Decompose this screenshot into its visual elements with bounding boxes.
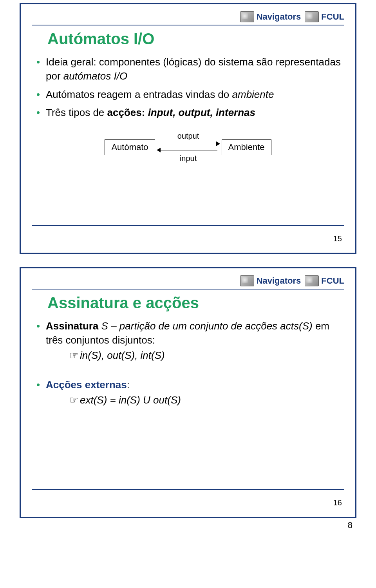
bullet-item: Acções externas: ☞ext(S) = in(S) U out(S… — [35, 378, 344, 408]
navigators-label: Navigators — [257, 12, 301, 22]
navigators-branding: Navigators — [240, 11, 301, 22]
bullet-item: Ideia geral: componentes (lógicas) do si… — [35, 55, 344, 83]
sub-bullet-text: in(S), out(S), int(S) — [80, 349, 165, 361]
slide-assinatura-acoes: Navigators FCUL Assinatura e acções Assi… — [20, 267, 356, 518]
pointing-hand-icon: ☞ — [69, 349, 78, 361]
slide-number: 16 — [333, 498, 342, 507]
footer-divider — [32, 489, 344, 490]
bullet-tail: : — [127, 379, 130, 391]
bullet-bold: acções: — [107, 107, 148, 118]
bullet-text: S – partição de um conjunto de acções — [98, 320, 280, 332]
arrow-left-icon — [157, 148, 220, 153]
footer-divider — [32, 225, 344, 226]
diagram-box-automato: Autómato — [105, 139, 155, 155]
bullet-item: Autómatos reagem a entradas vindas do am… — [35, 87, 344, 101]
slide-header: Navigators FCUL — [32, 11, 344, 22]
fcul-label: FCUL — [321, 276, 344, 286]
navigators-logo-icon — [240, 275, 254, 286]
bullet-emphasis: autómatos I/O — [63, 70, 127, 82]
arrow-label-input: input — [180, 154, 197, 163]
slide-automatos-io: Navigators FCUL Autómatos I/O Ideia gera… — [20, 3, 356, 254]
header-divider — [32, 289, 344, 289]
navigators-logo-icon — [240, 11, 254, 22]
bullet-text: Três tipos de — [46, 107, 107, 118]
sub-bullet-text: ext(S) = in(S) U out(S) — [80, 394, 181, 406]
sub-bullet: ☞ext(S) = in(S) U out(S) — [69, 392, 344, 409]
arrow-right-icon — [157, 141, 220, 147]
sub-bullet: ☞in(S), out(S), int(S) — [69, 347, 344, 364]
bullet-text: Autómatos reagem a entradas vindas do — [46, 89, 232, 100]
pointing-hand-icon: ☞ — [69, 394, 78, 406]
fcul-branding: FCUL — [305, 11, 344, 22]
fcul-branding: FCUL — [305, 275, 344, 286]
diagram-box-ambiente: Ambiente — [222, 139, 271, 155]
bullet-emphasis: input, output, internas — [148, 107, 255, 118]
bullet-list: Acções externas: ☞ext(S) = in(S) U out(S… — [32, 378, 344, 408]
slide-header: Navigators FCUL — [32, 275, 344, 286]
fcul-label: FCUL — [321, 12, 344, 22]
bullet-item: Assinatura S – partição de um conjunto d… — [35, 319, 344, 364]
header-divider — [32, 25, 344, 25]
diagram-arrows: output input — [155, 132, 222, 163]
bullet-item: Três tipos de acções: input, output, int… — [35, 105, 344, 119]
fcul-logo-icon — [305, 275, 319, 286]
bullet-emphasis: acts(S) — [280, 320, 312, 332]
navigators-branding: Navigators — [240, 275, 301, 286]
navigators-label: Navigators — [257, 276, 301, 286]
bullet-list: Assinatura S – partição de um conjunto d… — [32, 319, 344, 364]
slide-number: 15 — [333, 234, 342, 243]
page-number: 8 — [0, 518, 376, 534]
bullet-bold: Assinatura — [46, 320, 98, 332]
arrow-label-output: output — [177, 132, 199, 141]
bullet-list: Ideia geral: componentes (lógicas) do si… — [32, 55, 344, 120]
bullet-emphasis: ambiente — [232, 89, 274, 100]
fcul-logo-icon — [305, 11, 319, 22]
io-diagram: Autómato output input Ambiente — [32, 132, 344, 163]
slide-title: Assinatura e acções — [47, 294, 344, 312]
slide-title: Autómatos I/O — [47, 30, 344, 48]
bullet-accent: Acções externas — [46, 379, 127, 391]
